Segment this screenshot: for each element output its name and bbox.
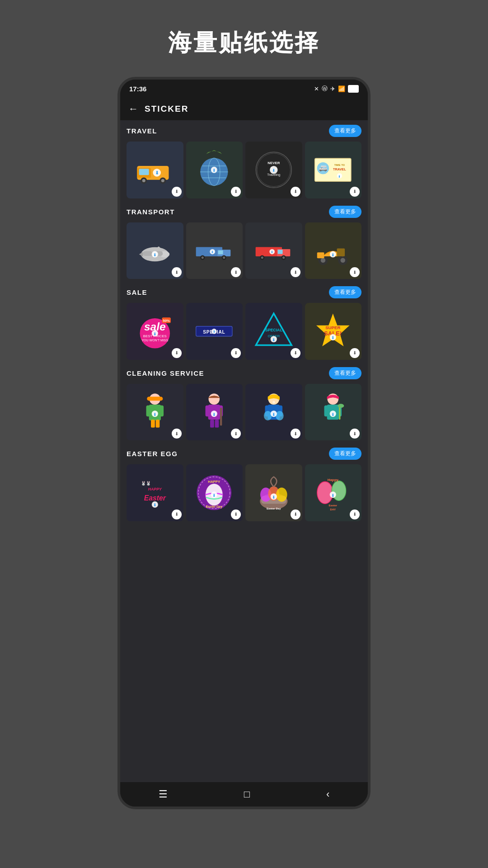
sale-view-more[interactable]: 查看更多: [329, 286, 361, 298]
svg-text:⬇: ⬇: [272, 168, 276, 173]
sticker-special-offer-teal[interactable]: SPECIAL OFFER ⬇ ⬇: [245, 303, 302, 360]
cleaning-title: CLEANING SERVICE: [127, 369, 204, 377]
sticker-content[interactable]: TRAVEL 查看更多: [120, 120, 368, 782]
sticker-super-sale-burst[interactable]: SUPER SALE! ⬇ ⬇: [305, 303, 362, 360]
svg-text:Easter Day: Easter Day: [267, 507, 281, 510]
sale-title: SALE: [127, 288, 147, 296]
sticker-happy-easter-day[interactable]: Happy Easter DAY ⬇ ⬇: [305, 464, 362, 521]
download-icon: ⬇: [231, 187, 241, 197]
battery-icon: 78: [348, 85, 359, 93]
section-sale: SALE 查看更多 sale BEST PRICES YOU WON'T MIS…: [127, 286, 361, 360]
section-travel: TRAVEL 查看更多: [127, 125, 361, 198]
svg-rect-120: [339, 406, 341, 420]
svg-point-121: [338, 404, 344, 408]
sticker-easter-basket[interactable]: ⬇ Easter Day ⬇: [245, 464, 302, 521]
easter-grid: 🐰🐰 HAPPY Easter ⬇ ⬇: [127, 464, 361, 521]
sticker-special-discount[interactable]: SPECIAL ⬇ ⬇: [186, 303, 243, 360]
travel-view-more[interactable]: 查看更多: [329, 125, 361, 137]
svg-text:50%: 50%: [163, 319, 170, 323]
download-icon: ⬇: [172, 267, 182, 277]
sticker-blue-truck[interactable]: ⬇ ⬇: [186, 222, 243, 279]
nav-bar: ☰ □ ‹: [120, 782, 368, 807]
svg-text:⬇: ⬇: [272, 495, 276, 500]
svg-text:Easter: Easter: [329, 504, 338, 507]
sticker-happy-easter-text[interactable]: 🐰🐰 HAPPY Easter ⬇ ⬇: [127, 464, 183, 521]
download-icon: ⬇: [231, 429, 241, 439]
svg-text:DAY: DAY: [330, 508, 336, 511]
svg-point-3: [142, 179, 145, 182]
sticker-airplane[interactable]: ⬇ ⬇: [127, 222, 183, 279]
svg-rect-103: [210, 420, 214, 428]
app-header: ← STICKER: [120, 98, 368, 120]
sticker-easter-day-egg[interactable]: HAPPY Easter Day ⬇ ⬇: [186, 464, 243, 521]
silent-icon: ✕: [314, 85, 319, 92]
svg-rect-92: [146, 406, 151, 417]
travel-title: TRAVEL: [127, 127, 157, 135]
svg-text:⬇: ⬇: [212, 412, 216, 417]
download-icon: ⬇: [231, 267, 241, 277]
sticker-sale-pink[interactable]: sale BEST PRICES YOU WON'T MISS 50% ⬇ ⬇: [127, 303, 183, 360]
svg-text:⬇: ⬇: [331, 493, 335, 498]
cleaning-section-header: CLEANING SERVICE 查看更多: [127, 367, 361, 379]
status-time: 17:36: [129, 85, 146, 93]
cleaning-view-more[interactable]: 查看更多: [329, 367, 361, 379]
back-button[interactable]: ←: [128, 103, 138, 115]
home-nav-icon[interactable]: □: [244, 788, 250, 800]
section-cleaning: CLEANING SERVICE 查看更多: [127, 367, 361, 441]
cleaning-grid: ⬇ ⬇: [127, 384, 361, 441]
download-icon: ⬇: [291, 187, 300, 197]
sticker-cleaner-2[interactable]: ⬇ ⬇: [186, 384, 243, 441]
svg-text:🐰🐰: 🐰🐰: [141, 481, 151, 486]
svg-rect-118: [324, 406, 329, 417]
sticker-red-truck[interactable]: ⬇ ⬇: [245, 222, 302, 279]
sticker-travel-globe[interactable]: ⬇ ⬇: [186, 142, 243, 198]
svg-rect-42: [218, 250, 223, 255]
svg-marker-14: [206, 150, 222, 154]
sticker-delivery-scooter[interactable]: ⬇ ⬇: [305, 222, 362, 279]
svg-rect-63: [317, 253, 324, 259]
svg-text:⬇: ⬇: [153, 332, 157, 336]
svg-rect-94: [151, 420, 155, 428]
svg-text:Easter Day: Easter Day: [206, 505, 222, 509]
phone-frame: 17:36 ✕ Ⓦ ✈ 📶 78 ← STICKER TRAVEL 查看更多: [117, 77, 371, 809]
menu-nav-icon[interactable]: ☰: [159, 788, 168, 800]
download-icon: ⬇: [350, 187, 360, 197]
transport-view-more[interactable]: 查看更多: [329, 206, 361, 218]
sticker-yellow-van[interactable]: ⬇ ⬇: [127, 142, 183, 198]
back-nav-icon[interactable]: ‹: [326, 788, 329, 800]
svg-text:NEVER: NEVER: [267, 161, 280, 165]
sticker-cleaner-4[interactable]: ⬇ ⬇: [305, 384, 362, 441]
easter-section-header: EASTER EGG 查看更多: [127, 448, 361, 460]
svg-text:HAPPY: HAPPY: [148, 487, 162, 491]
sticker-cleaner-3[interactable]: ✿ ⬇ ⬇: [245, 384, 302, 441]
download-icon: ⬇: [231, 509, 241, 519]
svg-point-5: [161, 179, 164, 182]
svg-point-46: [223, 257, 225, 259]
svg-text:Happy: Happy: [328, 477, 339, 481]
section-transport: TRANSPORT 查看更多 ⬇: [127, 206, 361, 279]
easter-view-more[interactable]: 查看更多: [329, 448, 361, 460]
svg-text:TRAVEL: TRAVEL: [333, 167, 347, 171]
sticker-never-traveling[interactable]: NEVER Stop Traveling ⬇ ⬇: [245, 142, 302, 198]
svg-text:🚐: 🚐: [319, 164, 328, 172]
header-title: STICKER: [145, 104, 188, 114]
download-icon: ⬇: [291, 509, 300, 519]
notification-icon: Ⓦ: [322, 85, 328, 93]
svg-point-59: [321, 258, 326, 263]
svg-point-111: [264, 411, 272, 420]
svg-text:⬇: ⬇: [212, 493, 216, 498]
download-icon: ⬇: [350, 267, 360, 277]
svg-text:⬇: ⬇: [212, 168, 216, 173]
sticker-time-to-travel[interactable]: 🚐 TIME TO TRAVEL ⬇ ⬇: [305, 142, 362, 198]
download-icon: ⬇: [172, 187, 182, 197]
travel-grid: ⬇ ⬇: [127, 142, 361, 198]
svg-text:⬇: ⬇: [331, 412, 335, 417]
download-icon: ⬇: [172, 509, 182, 519]
download-icon: ⬇: [350, 509, 360, 519]
sticker-cleaner-1[interactable]: ⬇ ⬇: [127, 384, 183, 441]
airplane-icon: ✈: [330, 85, 335, 92]
download-icon: ⬇: [172, 429, 182, 439]
transport-grid: ⬇ ⬇: [127, 222, 361, 279]
svg-marker-35: [139, 252, 143, 257]
svg-rect-95: [156, 420, 160, 428]
